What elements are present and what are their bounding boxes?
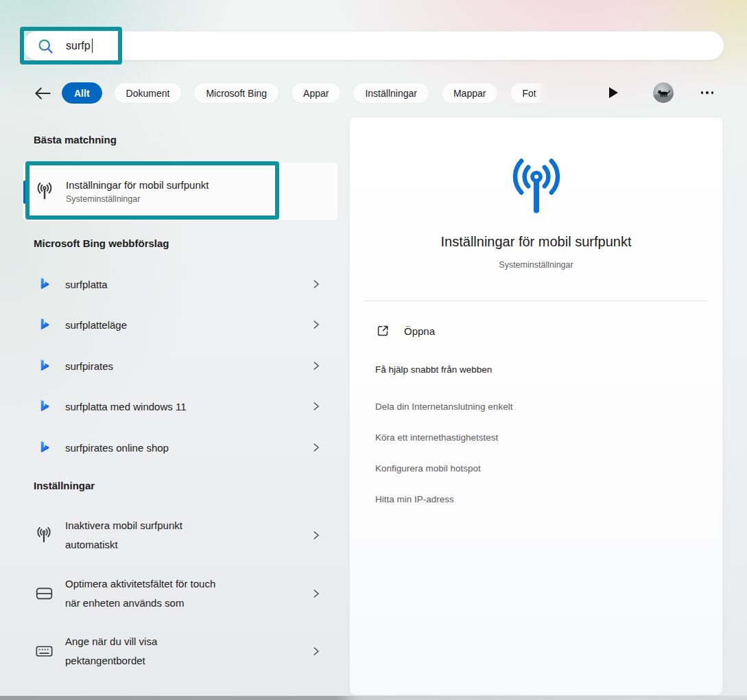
settings-result-row[interactable]: Optimera aktivitetsfältet för touch när …: [23, 572, 338, 615]
chevron-right-icon: [312, 587, 320, 600]
web-help-link[interactable]: Hitta min IP-adress: [375, 494, 454, 504]
search-input[interactable]: surfp: [23, 31, 724, 60]
selection-accent-bar: [23, 180, 26, 204]
web-help-header: Få hjälp snabbt från webben: [375, 364, 492, 375]
chevron-right-icon: [312, 278, 320, 290]
open-label: Öppna: [404, 325, 435, 337]
window-bottom-edge: [0, 696, 747, 700]
preview-panel: Inställningar för mobil surfpunkt System…: [349, 117, 723, 695]
chevron-right-icon: [312, 400, 320, 412]
best-match-subtitle: Systeminställningar: [66, 194, 209, 204]
bing-suggestion-label: surfplatta: [65, 279, 108, 290]
hotspot-icon-large: [505, 156, 568, 220]
tab-appar[interactable]: Appar: [291, 82, 341, 104]
chevron-right-icon: [312, 645, 320, 657]
chevron-right-icon: [312, 529, 320, 541]
tabs-scroll-right-icon[interactable]: [609, 87, 618, 98]
bing-suggestion-row[interactable]: surfplatta med windows 11: [23, 393, 338, 420]
bing-icon: [38, 318, 50, 331]
section-header-bing: Microsoft Bing webbförslag: [34, 237, 169, 249]
settings-result-row[interactable]: Ange när du vill visa pektangentbordet: [23, 630, 338, 673]
bing-icon: [38, 277, 50, 291]
tab-microsoft-bing[interactable]: Microsoft Bing: [193, 82, 279, 104]
chevron-right-icon: [312, 360, 320, 372]
settings-result-label: Optimera aktivitetsfältet för touch när …: [65, 574, 215, 613]
best-match-title: Inställningar för mobil surfpunkt: [66, 179, 209, 191]
bing-icon: [38, 399, 50, 413]
bing-suggestion-label: surfplatteläge: [65, 319, 127, 331]
tab-foton-truncated[interactable]: Fot: [510, 82, 547, 104]
search-query-text: surfp: [66, 40, 91, 52]
tab-allt[interactable]: Allt: [62, 82, 102, 104]
bing-suggestion-row[interactable]: surfplatta: [23, 270, 338, 298]
preview-subtitle: Systeminställningar: [350, 260, 722, 270]
web-help-link[interactable]: Köra ett internethastighetstest: [375, 432, 498, 443]
tab-dokument[interactable]: Dokument: [114, 82, 182, 104]
preview-title: Inställningar för mobil surfpunkt: [350, 234, 722, 250]
tab-mappar[interactable]: Mappar: [441, 82, 498, 104]
chevron-right-icon: [312, 441, 320, 454]
hotspot-icon: [35, 526, 53, 544]
windows-search-flyout: surfp Allt Dokument Microsoft Bing Appar…: [0, 0, 747, 700]
search-icon: [36, 37, 54, 55]
best-match-result[interactable]: Inställningar för mobil surfpunkt System…: [23, 162, 338, 221]
avatar-image: [653, 82, 674, 103]
filter-tabs: Allt Dokument Microsoft Bing Appar Instä…: [62, 82, 595, 104]
bing-suggestion-row[interactable]: surfpirates online shop: [23, 434, 338, 461]
touch-keyboard-icon: [36, 644, 53, 658]
divider: [364, 301, 707, 301]
back-button[interactable]: [33, 86, 52, 101]
bing-suggestion-row[interactable]: surfpirates: [23, 352, 338, 380]
text-caret: [92, 38, 93, 53]
bing-suggestion-label: surfpirates: [65, 360, 113, 372]
settings-result-label: Inaktivera mobil surfpunkt automatiskt: [65, 516, 182, 555]
more-options-button[interactable]: [696, 88, 719, 97]
bing-icon: [38, 359, 50, 373]
bing-suggestion-row[interactable]: surfplatteläge: [23, 311, 338, 338]
hotspot-icon: [35, 182, 54, 201]
settings-result-row[interactable]: Inaktivera mobil surfpunkt automatiskt: [23, 514, 338, 557]
open-external-icon: [376, 324, 390, 338]
bing-suggestion-label: surfpirates online shop: [65, 442, 169, 454]
chevron-right-icon: [312, 318, 320, 331]
open-action[interactable]: Öppna: [376, 323, 435, 339]
bing-icon: [38, 441, 50, 454]
section-header-best-match: Bästa matchning: [34, 134, 117, 145]
bing-suggestion-label: surfplatta med windows 11: [65, 401, 186, 412]
section-header-settings: Inställningar: [34, 480, 95, 491]
convertible-device-icon: [36, 587, 53, 600]
tab-installningar[interactable]: Inställningar: [353, 82, 429, 104]
user-avatar[interactable]: [653, 82, 674, 103]
web-help-link[interactable]: Konfigurera mobil hotspot: [375, 463, 481, 474]
settings-result-label: Ange när du vill visa pektangentbordet: [65, 632, 157, 670]
web-help-link[interactable]: Dela din Internetanslutning enkelt: [375, 401, 512, 412]
